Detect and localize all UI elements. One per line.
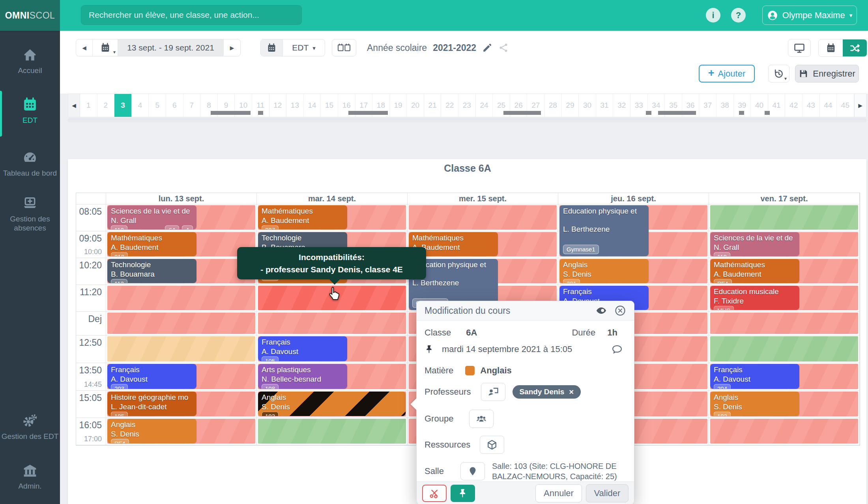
week-cell[interactable]: 2 [97, 94, 115, 117]
course-block[interactable]: Sciences de la vie et deN. Grall1106AA [107, 205, 196, 229]
week-cell[interactable]: 15 [321, 94, 338, 117]
next-week-button[interactable]: ▸ [224, 39, 240, 56]
slot-cell-busy[interactable] [107, 286, 255, 310]
prev-week-button[interactable]: ◂ [76, 39, 93, 56]
week-cell[interactable]: 32 [613, 94, 630, 117]
room-picker-button[interactable] [460, 462, 485, 480]
sidebar-item-gestion-absences[interactable]: Gestion des absences [0, 196, 60, 232]
week-cell[interactable]: 5 [149, 94, 166, 117]
date-picker-button[interactable]: ▾ [93, 39, 118, 56]
course-block[interactable]: MathématiquesA. Baudement210 [107, 232, 196, 256]
sidebar-item-tableau-de-bord[interactable]: Tableau de bord [0, 150, 60, 178]
save-button[interactable]: Enregistrer [795, 65, 859, 82]
course-block[interactable]: Sciences de la vie et deN. Grall110 [710, 232, 799, 256]
comment-icon[interactable] [611, 343, 623, 355]
week-cell[interactable]: 22 [441, 94, 458, 117]
confirm-button[interactable]: Valider [586, 484, 629, 502]
week-cell[interactable]: 21 [424, 94, 441, 117]
week-cell[interactable]: 33 [630, 94, 648, 117]
slot-cell-free[interactable] [258, 419, 406, 444]
course-block[interactable]: Arts plastiquesN. Bellec-besnard108 [258, 364, 347, 389]
week-strip-next-button[interactable]: ▸ [854, 94, 866, 117]
course-block[interactable]: FrançaisA. Davoust105 [258, 336, 347, 361]
week-cell[interactable]: 23 [458, 94, 476, 117]
user-menu-button[interactable]: Olympe Maxime ▾ [762, 6, 857, 25]
week-cell[interactable]: 24 [476, 94, 493, 117]
week-cell[interactable]: 13 [286, 94, 304, 117]
course-block[interactable]: Histoire géographie moL. Jean-dit-cadet1… [107, 392, 196, 416]
slot-cell-busy[interactable] [409, 205, 557, 230]
calendar-mode-button[interactable] [819, 39, 843, 56]
week-cell[interactable]: 19 [390, 94, 407, 117]
view-select-dropdown[interactable]: EDT ▾ [283, 39, 325, 56]
slot-cell-busy[interactable] [107, 313, 255, 334]
history-button[interactable]: ▾ [768, 65, 789, 82]
course-block[interactable]: MathématiquesA. Baudement207 [258, 205, 347, 229]
info-icon[interactable]: i [706, 8, 720, 22]
sidebar-item-gestion-edt[interactable]: Gestion des EDT [0, 413, 60, 441]
holiday-bar [258, 111, 263, 115]
slot-cell-busy[interactable] [258, 313, 406, 334]
course-block[interactable]: FrançaisA. Davoust204 [710, 364, 799, 389]
cut-course-button[interactable] [422, 485, 447, 502]
week-cell[interactable]: 38 [716, 94, 734, 117]
fullscreen-view-button[interactable] [788, 39, 811, 57]
week-cell[interactable]: 7 [183, 94, 201, 117]
sidebar-item-admin[interactable]: Admin. [0, 463, 60, 491]
course-block[interactable]: FrançaisA. Davoust203 [107, 364, 196, 389]
week-cell[interactable]: 44 [820, 94, 837, 117]
cancel-button[interactable]: Annuler [535, 484, 582, 502]
search-input[interactable]: Rechercher un élève, une classe, une act… [81, 5, 302, 25]
week-cell[interactable]: 31 [596, 94, 614, 117]
week-cell[interactable]: 12 [269, 94, 287, 117]
close-icon[interactable] [614, 305, 626, 317]
compare-calendars-button[interactable] [332, 39, 356, 56]
horizontal-scrollbar[interactable] [68, 118, 866, 122]
week-cell[interactable]: 4 [132, 94, 149, 117]
week-cell[interactable]: 43 [803, 94, 820, 117]
week-cell[interactable]: 14 [304, 94, 321, 117]
edit-pencil-icon[interactable] [482, 43, 492, 53]
plus-icon: + [708, 67, 715, 79]
week-cell[interactable]: 1 [80, 94, 97, 117]
week-cell[interactable]: 29 [562, 94, 579, 117]
teacher-chip[interactable]: Sandy Denis ✕ [513, 385, 580, 399]
week-cell[interactable]: 45 [837, 94, 854, 117]
week-cell[interactable]: 28 [544, 94, 562, 117]
add-button[interactable]: + Ajouter [699, 65, 755, 82]
course-block[interactable]: Education physique etL. BerthezeneGymnas… [559, 205, 649, 256]
history-icon [773, 68, 784, 79]
week-cell[interactable]: 20 [407, 94, 424, 117]
slot-cell-warm[interactable] [107, 336, 255, 362]
week-cell[interactable]: 41 [768, 94, 786, 117]
remove-teacher-icon[interactable]: ✕ [569, 388, 574, 396]
help-icon[interactable]: ? [731, 8, 746, 22]
add-group-button[interactable] [469, 410, 494, 428]
slot-cell-busy[interactable] [710, 419, 858, 444]
week-cell[interactable]: 6 [166, 94, 183, 117]
course-block[interactable]: TechnologieB. Bouamara113 [107, 259, 196, 283]
week-cell[interactable]: 30 [579, 94, 596, 117]
week-cell[interactable]: 37 [699, 94, 716, 117]
slot-cell-free[interactable] [710, 205, 858, 230]
share-icon[interactable] [498, 43, 509, 53]
course-block[interactable]: Education musicaleF. TixidreMUS [710, 286, 799, 310]
sidebar-item-edt[interactable]: EDT [0, 97, 60, 125]
add-resource-button[interactable] [480, 436, 504, 454]
pin-course-button[interactable] [451, 485, 475, 502]
week-cell[interactable]: 3 [114, 94, 132, 117]
app-logo[interactable]: OMNISCOL [0, 0, 60, 31]
week-cell[interactable]: 42 [785, 94, 803, 117]
week-strip-prev-button[interactable]: ◂ [68, 94, 80, 117]
sidebar-item-accueil[interactable]: Accueil [0, 47, 60, 75]
course-block[interactable]: AnglaisS. DenisPF4 [107, 419, 196, 443]
slot-cell-free[interactable] [710, 336, 858, 362]
eye-icon[interactable] [595, 305, 607, 317]
course-block[interactable]: AnglaisS. Denis103 [258, 392, 406, 416]
add-teacher-button[interactable] [481, 383, 505, 401]
shuffle-mode-button[interactable] [843, 39, 867, 56]
course-block[interactable]: MathématiquesA. BaudementPF4 [710, 259, 799, 283]
course-block[interactable]: AnglaisS. Denis201 [559, 259, 649, 283]
course-block[interactable]: AnglaisS. Denis103 [710, 392, 799, 416]
slot-cell-busy[interactable] [710, 313, 858, 334]
